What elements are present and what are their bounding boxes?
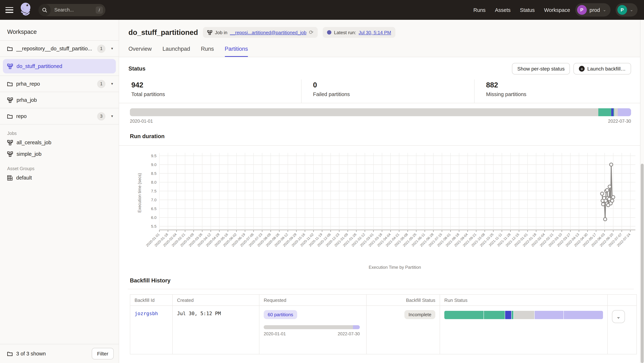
sidebar-item-prha_job[interactable]: prha_job: [0, 92, 119, 108]
show-per-step-status-button[interactable]: Show per-step status: [512, 63, 570, 74]
page-scrollbar: [640, 20, 644, 363]
user-menu[interactable]: P ⌄: [616, 3, 638, 16]
sidebar-repo-prha_repo[interactable]: prha_repo 1 ▼: [0, 76, 119, 92]
svg-text:9.5: 9.5: [151, 154, 156, 158]
bar-segment-green: [444, 311, 484, 319]
job-icon: [208, 30, 212, 35]
deployment-avatar: P: [577, 5, 586, 15]
deployment-switcher[interactable]: P prod ⌄: [575, 3, 610, 16]
bar-segment-green: [598, 108, 611, 116]
asset-groups-section-title: Asset Groups: [0, 160, 119, 172]
bar-segment-indigo: [505, 311, 512, 319]
svg-text:8.5: 8.5: [151, 171, 156, 176]
svg-text:Execution Time by Partition: Execution Time by Partition: [369, 265, 421, 270]
plus-icon: +: [579, 66, 585, 72]
filter-button[interactable]: Filter: [92, 348, 114, 360]
requested-end-date: 2022-07-30: [338, 331, 360, 336]
tab-launchpad[interactable]: Launchpad: [162, 46, 190, 57]
status-section-title: Status: [128, 66, 146, 72]
hamburger-menu-icon[interactable]: [6, 7, 13, 13]
repos-shown-count: 3 of 3 shown: [16, 351, 88, 356]
asset-group-icon: [7, 175, 12, 180]
requested-partitions-chip[interactable]: 60 partitions: [264, 310, 297, 319]
stat-failed-partitions: 0 Failed partitions: [302, 80, 474, 103]
status-bar-end-date: 2022-07-30: [608, 119, 631, 124]
repo-label: repo: [16, 113, 94, 119]
svg-text:9.0: 9.0: [151, 162, 156, 167]
status-bar-start-date: 2020-01-01: [130, 119, 153, 124]
search-box[interactable]: /: [38, 4, 106, 16]
col-backfill-status: Backfill Status: [366, 294, 440, 306]
backfill-row: jozrgsbh Jul 30, 5:12 PM 60 partitions 2…: [130, 306, 636, 354]
chevron-down-icon[interactable]: ▼: [110, 82, 114, 86]
latest-run-pill: Latest run: Jul 30, 5:14 PM: [323, 27, 396, 38]
job-icon: [7, 151, 13, 157]
bar-segment-lavender: [353, 325, 360, 329]
bar-segment-gray: [614, 108, 618, 116]
svg-text:7.0: 7.0: [151, 198, 156, 202]
repo-count-badge: 1: [97, 44, 106, 53]
deployment-label: prod: [590, 7, 600, 13]
launch-backfill-button[interactable]: + Launch backfill…: [574, 63, 631, 74]
sidebar-title: Workspace: [0, 20, 119, 40]
sidebar-item-default-asset-group[interactable]: default: [0, 172, 119, 184]
bar-segment-indigo: [611, 108, 613, 116]
folder-icon: [7, 114, 12, 118]
nav-runs[interactable]: Runs: [474, 7, 486, 13]
col-run-status: Run Status: [440, 294, 608, 306]
job-label: all_cereals_job: [16, 140, 51, 145]
run-duration-chart: Execution time (secs)5.56.06.57.07.58.08…: [136, 150, 640, 271]
sidebar-item-simple_job[interactable]: simple_job: [0, 148, 119, 160]
latest-run-link[interactable]: Jul 30, 5:14 PM: [358, 30, 391, 35]
search-input[interactable]: [54, 7, 91, 13]
scrollbar-thumb[interactable]: [641, 164, 644, 363]
run-duration-title: Run duration: [130, 133, 631, 145]
backfill-created: Jul 30, 5:12 PM: [177, 310, 221, 316]
svg-text:6.0: 6.0: [151, 215, 156, 220]
chevron-down-icon[interactable]: ▼: [110, 47, 114, 50]
repo-count-badge: 1: [97, 80, 106, 88]
tab-overview[interactable]: Overview: [128, 46, 152, 57]
sidebar-footer: 3 of 3 shown Filter: [0, 344, 119, 363]
job-icon: [7, 97, 13, 103]
sidebar-item-all_cereals_job[interactable]: all_cereals_job: [0, 137, 119, 148]
svg-text:Execution time (secs): Execution time (secs): [137, 173, 142, 212]
run-status-bar[interactable]: [444, 311, 603, 319]
bar-segment-lavender: [618, 108, 631, 116]
job-label: simple_job: [16, 151, 42, 157]
row-expand-button[interactable]: ⌄: [612, 310, 625, 323]
sidebar-repo-repo[interactable]: repo 3 ▼: [0, 108, 119, 124]
jobs-section-title: Jobs: [0, 124, 119, 137]
chevron-down-icon: ⌄: [603, 8, 606, 12]
svg-text:8.0: 8.0: [151, 180, 156, 184]
selected-job-label: do_stuff_partitioned: [16, 63, 62, 69]
job-icon: [7, 140, 13, 145]
tab-runs[interactable]: Runs: [201, 46, 214, 57]
top-bar: / Runs Assets Status Workspace P prod ⌄ …: [0, 0, 644, 20]
col-created: Created: [172, 294, 259, 306]
chevron-down-icon[interactable]: ▼: [110, 114, 114, 118]
dagster-logo-icon[interactable]: [19, 2, 34, 18]
nav-workspace[interactable]: Workspace: [544, 7, 570, 13]
page-header: do_stuff_partitioned Job in __reposi...a…: [119, 20, 640, 57]
job-origin-link[interactable]: __reposi...artitioned@partitioned_job: [230, 30, 306, 35]
refresh-icon[interactable]: ⟳: [309, 29, 313, 36]
top-nav: Runs Assets Status Workspace: [474, 7, 570, 13]
bar-segment-gray: [514, 311, 535, 319]
bar-segment-gray: [130, 108, 598, 116]
workspace-sidebar: Workspace __repository__do_stuff_partiti…: [0, 20, 119, 363]
partition-status-bar[interactable]: [130, 108, 631, 116]
backfill-history-title: Backfill History: [130, 274, 632, 289]
main-content: do_stuff_partitioned Job in __reposi...a…: [119, 20, 640, 363]
nav-assets[interactable]: Assets: [495, 7, 510, 13]
backfill-id-link[interactable]: jozrgsbh: [134, 310, 158, 316]
partition-stats: 942 Total partitions 0 Failed partitions…: [119, 80, 640, 103]
repo-count-badge: 3: [97, 112, 106, 120]
asset-group-label: default: [16, 175, 32, 180]
tab-partitions[interactable]: Partitions: [225, 46, 248, 57]
folder-icon: [7, 351, 12, 356]
nav-status[interactable]: Status: [520, 7, 535, 13]
sidebar-item-do_stuff_partitioned[interactable]: do_stuff_partitioned: [3, 59, 116, 74]
sidebar-repo-__repository__do_stuff_partitioned[interactable]: __repository__do_stuff_partitio... 1 ▼: [0, 41, 119, 56]
svg-text:5.5: 5.5: [151, 224, 156, 229]
